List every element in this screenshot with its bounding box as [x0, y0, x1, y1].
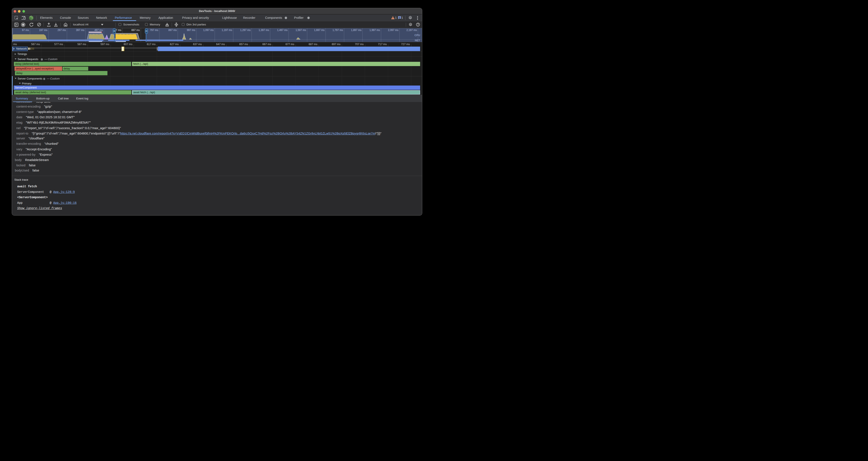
svg-text:1,097 ms: 1,097 ms	[203, 29, 214, 32]
svg-text:197 ms: 197 ms	[39, 29, 48, 32]
svg-text:NET: NET	[415, 39, 420, 42]
svg-text:1,897 ms: 1,897 ms	[351, 29, 361, 32]
svg-text:1,197 ms: 1,197 ms	[222, 29, 232, 32]
svg-text:CPU: CPU	[414, 34, 420, 37]
svg-text:797 ms: 797 ms	[150, 29, 158, 32]
svg-text:497 ms: 497 ms	[94, 29, 103, 32]
svg-text:1,997 ms: 1,997 ms	[370, 29, 380, 32]
svg-text:1,597 ms: 1,597 ms	[296, 29, 306, 32]
svg-text:97 ms: 97 ms	[22, 29, 29, 32]
svg-text:1,497 ms: 1,497 ms	[277, 29, 287, 32]
svg-text:397 ms: 397 ms	[76, 29, 84, 32]
svg-text:1,697 ms: 1,697 ms	[314, 29, 324, 32]
svg-text:1,397 ms: 1,397 ms	[259, 29, 269, 32]
svg-text:897 ms: 897 ms	[168, 29, 177, 32]
svg-text:2,097 ms: 2,097 ms	[388, 29, 398, 32]
svg-text:1,297 ms: 1,297 ms	[240, 29, 251, 32]
svg-text:697 ms: 697 ms	[131, 29, 140, 32]
svg-text:1,797 ms: 1,797 ms	[333, 29, 343, 32]
svg-text:997 ms: 997 ms	[187, 29, 195, 32]
svg-text:297 ms: 297 ms	[58, 29, 66, 32]
svg-text:2,197 ms: 2,197 ms	[406, 29, 417, 32]
